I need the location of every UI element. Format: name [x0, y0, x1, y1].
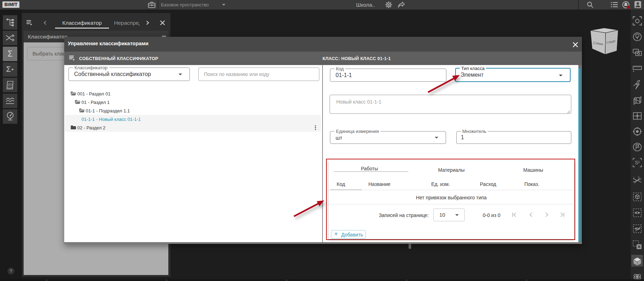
svg-text:1: 1 [633, 176, 634, 179]
svg-text:S¹: S¹ [635, 160, 640, 165]
svg-text:2D: 2D [7, 83, 12, 87]
svg-text:2: 2 [638, 176, 639, 178]
